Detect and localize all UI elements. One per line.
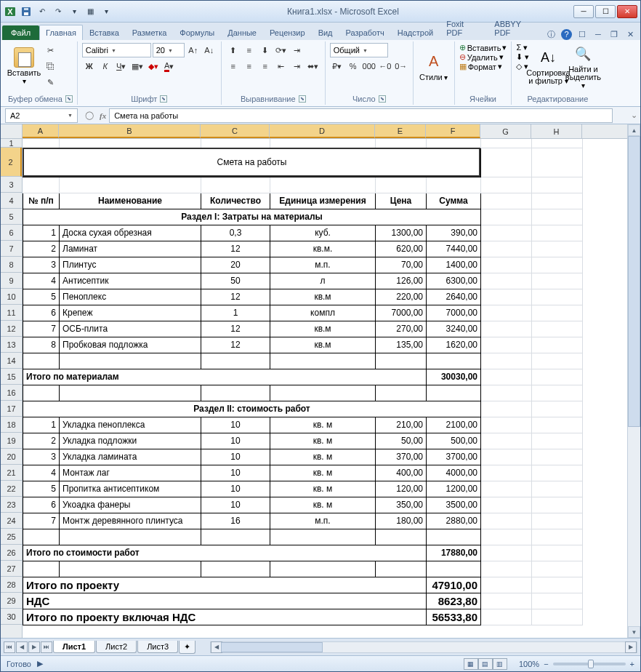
increase-font-button[interactable]: A↑ bbox=[186, 43, 201, 57]
ribbon-tab-надстрой[interactable]: Надстрой bbox=[391, 25, 440, 40]
delete-cells-button[interactable]: ⊖ Удалить ▾ bbox=[459, 52, 504, 62]
col-header-D[interactable]: D bbox=[270, 124, 375, 138]
row-header-20[interactable]: 20 bbox=[1, 449, 22, 465]
ribbon-tab-рецензир[interactable]: Рецензир bbox=[263, 25, 312, 40]
row-header-30[interactable]: 30 bbox=[1, 609, 22, 625]
row-header-2[interactable]: 2 bbox=[1, 148, 22, 177]
italic-button[interactable]: К bbox=[98, 59, 113, 73]
row-header-13[interactable]: 13 bbox=[1, 337, 22, 353]
font-dialog-launcher[interactable]: ⬊ bbox=[160, 95, 167, 103]
row-header-12[interactable]: 12 bbox=[1, 321, 22, 337]
number-format-combo[interactable]: Общий▼ bbox=[330, 43, 388, 57]
formula-bar[interactable]: Смета на работы bbox=[109, 108, 613, 123]
excel-icon[interactable]: X bbox=[4, 5, 17, 18]
scroll-down-button[interactable]: ▼ bbox=[628, 626, 640, 638]
ribbon-tab-вставка[interactable]: Вставка bbox=[83, 25, 126, 40]
row-header-21[interactable]: 21 bbox=[1, 465, 22, 481]
sheet-tab-Лист3[interactable]: Лист3 bbox=[137, 641, 178, 653]
autosum-button[interactable]: Σ ▾ bbox=[516, 43, 529, 52]
col-header-E[interactable]: E bbox=[375, 124, 426, 138]
number-dialog-launcher[interactable]: ⬊ bbox=[379, 95, 386, 103]
row-header-17[interactable]: 17 bbox=[1, 401, 22, 417]
format-cells-button[interactable]: ▦ Формат ▾ bbox=[459, 62, 502, 71]
select-all-corner[interactable] bbox=[1, 124, 23, 139]
ribbon-tab-abbyy pdf[interactable]: ABBYY PDF bbox=[488, 16, 545, 40]
zoom-level[interactable]: 100% bbox=[519, 660, 539, 668]
row-header-25[interactable]: 25 bbox=[1, 529, 22, 545]
zoom-slider[interactable] bbox=[553, 663, 626, 665]
row-header-18[interactable]: 18 bbox=[1, 417, 22, 433]
row-header-28[interactable]: 28 bbox=[1, 577, 22, 593]
redo-icon[interactable]: ↷ bbox=[52, 5, 65, 18]
row-header-11[interactable]: 11 bbox=[1, 305, 22, 321]
new-sheet-button[interactable]: ✦ bbox=[179, 641, 195, 654]
alignment-dialog-launcher[interactable]: ⬊ bbox=[299, 95, 306, 103]
mdi-minimize-icon[interactable]: ─ bbox=[592, 28, 604, 40]
close-button[interactable]: ✕ bbox=[617, 5, 637, 18]
font-name-combo[interactable]: Calibri▼ bbox=[82, 43, 151, 57]
col-header-A[interactable]: A bbox=[23, 124, 59, 138]
find-select-button[interactable]: 🔍 Найти и выделить ▾ bbox=[567, 43, 599, 89]
increase-decimal-button[interactable]: ←0 bbox=[378, 59, 392, 73]
insert-cells-button[interactable]: ⊕ Вставить ▾ bbox=[459, 43, 507, 52]
ribbon-tab-foxit pdf[interactable]: Foxit PDF bbox=[440, 16, 488, 40]
row-header-3[interactable]: 3 bbox=[1, 177, 22, 193]
row-header-23[interactable]: 23 bbox=[1, 497, 22, 513]
ribbon-tab-вид[interactable]: Вид bbox=[312, 25, 339, 40]
align-bottom-button[interactable]: ⬇ bbox=[258, 43, 273, 57]
formula-bar-expand[interactable]: ⌄ bbox=[627, 111, 640, 120]
ribbon-tab-формулы[interactable]: Формулы bbox=[173, 25, 221, 40]
save-icon[interactable] bbox=[20, 5, 33, 18]
row-header-19[interactable]: 19 bbox=[1, 433, 22, 449]
ribbon-tab-разработч[interactable]: Разработч bbox=[339, 25, 391, 40]
mdi-close-icon[interactable]: ✕ bbox=[624, 28, 636, 40]
row-header-16[interactable]: 16 bbox=[1, 385, 22, 401]
page-layout-view-button[interactable]: ▤ bbox=[478, 658, 493, 670]
file-tab[interactable]: Файл bbox=[2, 25, 39, 40]
currency-button[interactable]: ₽▾ bbox=[330, 59, 344, 73]
wrap-text-button[interactable]: ⇥ bbox=[290, 43, 305, 57]
copy-button[interactable]: ⿻ bbox=[43, 59, 57, 73]
fill-color-button[interactable]: ◆▾ bbox=[146, 59, 161, 73]
row-header-26[interactable]: 26 bbox=[1, 545, 22, 561]
decrease-font-button[interactable]: A↓ bbox=[202, 43, 217, 57]
row-header-27[interactable]: 27 bbox=[1, 561, 22, 577]
decrease-indent-button[interactable]: ⇤ bbox=[274, 59, 289, 73]
row-header-6[interactable]: 6 bbox=[1, 225, 22, 241]
styles-button[interactable]: A Стили ▾ bbox=[418, 43, 450, 89]
paste-button[interactable]: Вставить ▾ bbox=[8, 43, 40, 89]
row-header-10[interactable]: 10 bbox=[1, 289, 22, 305]
row-header-8[interactable]: 8 bbox=[1, 257, 22, 273]
hscroll-thumb[interactable] bbox=[221, 642, 323, 652]
page-break-view-button[interactable]: ▥ bbox=[493, 658, 507, 670]
ribbon-tab-главная[interactable]: Главная bbox=[39, 25, 83, 40]
minimize-ribbon-icon[interactable]: ⓘ bbox=[545, 28, 557, 40]
col-header-B[interactable]: B bbox=[59, 124, 201, 138]
qat-extra1-icon[interactable]: ▦ bbox=[84, 5, 97, 18]
align-left-button[interactable]: ≡ bbox=[226, 59, 241, 73]
macro-icon[interactable]: ▶ bbox=[37, 659, 43, 668]
col-header-G[interactable]: G bbox=[480, 124, 531, 138]
hscroll-right[interactable]: ▶ bbox=[625, 641, 637, 653]
fill-button[interactable]: ⬇ ▾ bbox=[516, 52, 529, 62]
sheet-nav-next[interactable]: ▶ bbox=[28, 641, 40, 653]
sheet-nav-prev[interactable]: ◀ bbox=[16, 641, 28, 653]
align-center-button[interactable]: ≡ bbox=[242, 59, 257, 73]
orientation-button[interactable]: ⟳▾ bbox=[274, 43, 289, 57]
row-header-14[interactable]: 14 bbox=[1, 353, 22, 369]
sheet-tab-Лист1[interactable]: Лист1 bbox=[53, 641, 95, 653]
font-size-combo[interactable]: 20▼ bbox=[153, 43, 185, 57]
comma-button[interactable]: 000 bbox=[362, 59, 376, 73]
merge-button[interactable]: ⬌▾ bbox=[306, 59, 320, 73]
percent-button[interactable]: % bbox=[346, 59, 360, 73]
maximize-button[interactable]: ☐ bbox=[595, 5, 616, 18]
worksheet-grid[interactable]: ABCDEFGH 1234567891011121314151617181920… bbox=[1, 124, 640, 638]
font-color-button[interactable]: A▾ bbox=[162, 59, 177, 73]
horizontal-scrollbar[interactable]: ◀ ▶ bbox=[210, 641, 637, 653]
sheet-nav-first[interactable]: ⏮ bbox=[4, 641, 15, 653]
options-icon[interactable]: ☐ bbox=[576, 28, 588, 40]
row-header-7[interactable]: 7 bbox=[1, 241, 22, 257]
row-headers[interactable]: 1234567891011121314151617181920212223242… bbox=[1, 139, 23, 638]
row-header-5[interactable]: 5 bbox=[1, 209, 22, 225]
minimize-button[interactable]: ─ bbox=[573, 5, 594, 18]
